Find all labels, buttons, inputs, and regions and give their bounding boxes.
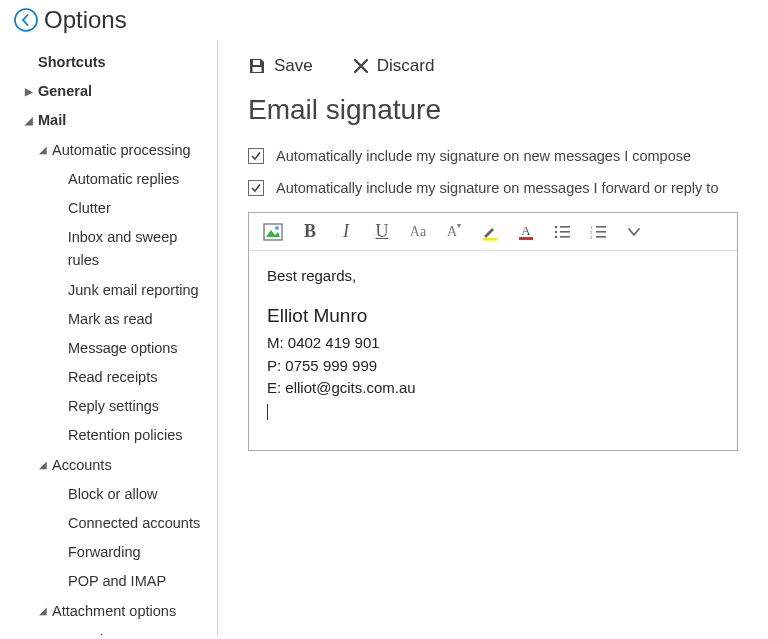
nav-block-allow[interactable]: ·Block or allow [0,480,217,509]
back-button[interactable] [12,6,40,34]
svg-rect-14 [560,236,570,238]
nav-mail[interactable]: ◢Mail [0,106,217,135]
svg-rect-10 [560,226,570,228]
svg-rect-18 [596,231,606,233]
options-header: Options [0,0,768,40]
bold-icon[interactable]: B [301,221,319,242]
svg-point-5 [275,226,279,230]
svg-rect-6 [483,238,497,241]
nav-retention-policies[interactable]: ·Retention policies [0,421,217,450]
font-color-icon[interactable]: A [517,223,535,241]
nav-inbox-sweep[interactable]: ·Inbox and sweep rules [0,223,217,275]
main-content: Save Discard Email signature Automatical… [218,40,768,635]
more-icon[interactable] [625,225,643,239]
nav-group-auto[interactable]: ◢Automatic processing [0,136,217,165]
svg-rect-16 [596,226,606,228]
nav-mark-as-read[interactable]: ·Mark as read [0,305,217,334]
svg-point-13 [555,235,558,238]
nav-attachment-prefs[interactable]: ·Attachment preferences [0,626,217,635]
nav-pop-imap[interactable]: ·POP and IMAP [0,567,217,596]
options-sidebar: ▶Shortcuts ▶General ◢Mail ◢Automatic pro… [0,40,218,635]
check-compose-label: Automatically include my signature on ne… [276,148,691,164]
action-toolbar: Save Discard [248,56,738,76]
nav-read-receipts[interactable]: ·Read receipts [0,363,217,392]
number-list-icon[interactable]: 123 [589,224,607,240]
sig-phone: P: 0755 999 999 [267,355,719,378]
save-button[interactable]: Save [248,56,313,76]
italic-icon[interactable]: I [337,221,355,242]
discard-label: Discard [377,56,435,76]
svg-point-0 [15,9,37,31]
check-reply-row: Automatically include my signature on me… [248,180,738,196]
insert-image-icon[interactable] [263,223,283,241]
nav-message-options[interactable]: ·Message options [0,334,217,363]
sig-closing: Best regards, [267,265,719,288]
discard-icon [353,58,369,74]
svg-text:A: A [521,223,531,238]
svg-point-9 [555,225,558,228]
svg-marker-4 [266,230,280,237]
svg-rect-1 [253,60,260,65]
save-icon [248,57,266,75]
svg-rect-2 [253,67,262,72]
nav-junk-email[interactable]: ·Junk email reporting [0,276,217,305]
underline-icon[interactable]: U [373,221,391,242]
svg-rect-3 [264,224,282,240]
signature-editor: B I U Aa A▾ A 123 [248,212,738,451]
font-size-icon[interactable]: Aa [409,224,427,240]
bullet-list-icon[interactable] [553,224,571,240]
font-picker-icon[interactable]: A▾ [445,224,463,240]
svg-rect-8 [519,237,533,240]
svg-rect-20 [596,236,606,238]
page-title: Email signature [248,94,738,126]
nav-connected-accounts[interactable]: ·Connected accounts [0,509,217,538]
save-label: Save [274,56,313,76]
signature-textarea[interactable]: Best regards, Elliot Munro M: 0402 419 9… [249,251,737,450]
checkbox-reply[interactable] [248,180,264,196]
svg-point-11 [555,230,558,233]
nav-group-accounts[interactable]: ◢Accounts [0,451,217,480]
sig-mobile: M: 0402 419 901 [267,332,719,355]
highlight-icon[interactable] [481,223,499,241]
svg-rect-12 [560,231,570,233]
page-header-title: Options [44,6,127,34]
sig-name: Elliot Munro [267,302,719,331]
nav-general[interactable]: ▶General [0,77,217,106]
nav-automatic-replies[interactable]: ·Automatic replies [0,165,217,194]
check-reply-label: Automatically include my signature on me… [276,180,718,196]
nav-clutter[interactable]: ·Clutter [0,194,217,223]
check-compose-row: Automatically include my signature on ne… [248,148,738,164]
sig-email: E: elliot@gcits.com.au [267,377,719,400]
editor-toolbar: B I U Aa A▾ A 123 [249,213,737,251]
nav-reply-settings[interactable]: ·Reply settings [0,392,217,421]
svg-text:3: 3 [590,235,593,240]
checkbox-compose[interactable] [248,148,264,164]
text-cursor [267,404,268,420]
nav-shortcuts[interactable]: ▶Shortcuts [0,48,217,77]
discard-button[interactable]: Discard [353,56,435,76]
nav-group-attachments[interactable]: ◢Attachment options [0,597,217,626]
nav-forwarding[interactable]: ·Forwarding [0,538,217,567]
